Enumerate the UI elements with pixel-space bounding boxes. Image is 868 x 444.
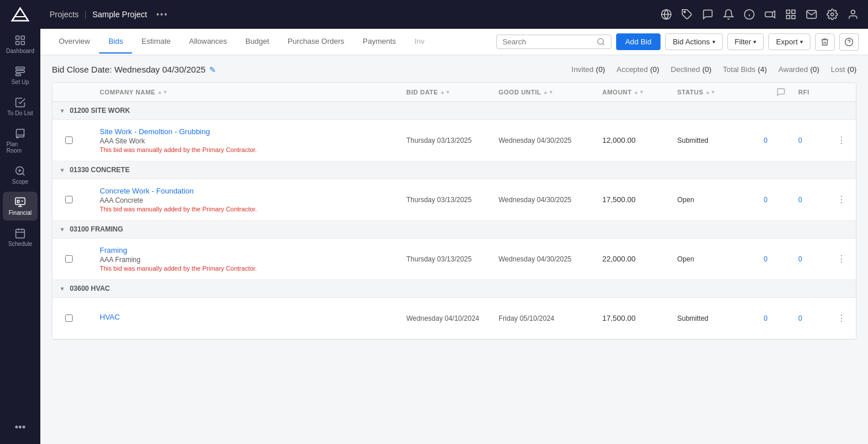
- content-area: Overview Bids Estimate Allowances Budget…: [40, 29, 868, 444]
- nav-more-dots[interactable]: •••: [156, 10, 168, 19]
- bid-good-until: Wednesday 04/30/2025: [499, 196, 602, 204]
- sidebar-item-financial[interactable]: Financial: [3, 192, 37, 221]
- video-icon[interactable]: [764, 9, 776, 20]
- svg-rect-8: [16, 198, 25, 205]
- svg-rect-0: [16, 36, 20, 40]
- tab-budget[interactable]: Budget: [236, 30, 278, 54]
- topnav-icons: [661, 9, 859, 20]
- sort-icon[interactable]: ▲▼: [705, 89, 716, 95]
- bid-checkbox-input[interactable]: [65, 314, 73, 322]
- tab-actions: Add Bid Bid Actions ▾ Filter ▾ Export ▾: [496, 33, 859, 51]
- chevron-down-icon: ▾: [753, 39, 756, 45]
- bid-checkbox-input[interactable]: [65, 136, 73, 144]
- grid-icon[interactable]: [785, 9, 797, 20]
- bid-area: Bid Close Date: Wednesday 04/30/2025 ✎ I…: [40, 55, 868, 444]
- bid-more-menu[interactable]: ⋮: [833, 253, 850, 264]
- tab-inv[interactable]: Inv: [405, 30, 433, 54]
- sidebar-item-planroom[interactable]: Plan Room: [3, 123, 37, 158]
- collapse-icon-01200[interactable]: ▼: [59, 108, 65, 114]
- sidebar-item-setup[interactable]: Set Up: [3, 61, 37, 90]
- globe-icon[interactable]: [661, 9, 672, 20]
- delete-button[interactable]: [815, 33, 835, 51]
- filter-button[interactable]: Filter ▾: [727, 33, 764, 50]
- bid-company-link[interactable]: Site Work - Demoltion - Grubbing: [100, 127, 406, 136]
- row-checkbox[interactable]: [58, 136, 79, 144]
- bid-amount: 17,500.00: [602, 195, 677, 204]
- bid-company-block: Framing AAA Framing This bid was manuall…: [100, 240, 406, 278]
- bid-stat-total: Total Bids (4): [723, 65, 767, 74]
- bid-status: Submitted: [677, 136, 764, 145]
- sidebar-item-label: Plan Room: [6, 141, 34, 154]
- sort-icon[interactable]: ▲▼: [543, 89, 554, 95]
- tab-payments[interactable]: Payments: [353, 30, 405, 54]
- category-row-03600: ▼ 03600 HVAC: [52, 280, 856, 298]
- sidebar: Dashboard Set Up To Do List Plan Room Sc…: [0, 0, 40, 444]
- nav-project-name[interactable]: Sample Project: [92, 10, 147, 19]
- sidebar-item-scope[interactable]: Scope: [3, 161, 37, 189]
- bid-rfi-link[interactable]: 0: [798, 314, 833, 322]
- tab-overview[interactable]: Overview: [50, 30, 99, 54]
- tab-purchase-orders[interactable]: Purchase Orders: [278, 30, 353, 54]
- row-checkbox[interactable]: [58, 255, 79, 263]
- info-icon[interactable]: [744, 9, 755, 20]
- bid-stat-accepted: Accepted (0): [617, 65, 659, 74]
- tab-bids[interactable]: Bids: [99, 30, 132, 54]
- collapse-icon-03600[interactable]: ▼: [59, 286, 65, 292]
- bid-more-menu[interactable]: ⋮: [833, 135, 850, 146]
- svg-rect-9: [16, 229, 25, 238]
- add-bid-button[interactable]: Add Bid: [616, 33, 661, 50]
- bid-comments-link[interactable]: 0: [764, 196, 798, 204]
- bid-rfi-link[interactable]: 0: [798, 255, 833, 263]
- sort-icon[interactable]: ▲▼: [633, 89, 644, 95]
- export-button[interactable]: Export ▾: [768, 33, 810, 50]
- svg-point-22: [598, 39, 603, 44]
- collapse-icon-03100[interactable]: ▼: [59, 226, 65, 233]
- bid-comments-link[interactable]: 0: [764, 136, 798, 145]
- bid-company-link[interactable]: HVAC: [100, 313, 406, 321]
- svg-point-20: [831, 13, 834, 16]
- col-rfi: RFI: [798, 89, 833, 96]
- gear-icon[interactable]: [827, 9, 838, 20]
- bid-checkbox-input[interactable]: [65, 255, 73, 263]
- bid-date: Thursday 03/13/2025: [406, 136, 499, 145]
- col-amount: AMOUNT ▲▼: [602, 89, 677, 96]
- chat-bubble-icon[interactable]: [702, 9, 714, 20]
- bid-rfi-link[interactable]: 0: [798, 136, 833, 145]
- sidebar-item-schedule[interactable]: Schedule: [3, 223, 37, 252]
- bid-company-link[interactable]: Framing: [100, 246, 406, 255]
- sidebar-item-dashboard[interactable]: Dashboard: [3, 30, 37, 59]
- sort-icon[interactable]: ▲▼: [440, 89, 451, 95]
- bid-comments-link[interactable]: 0: [764, 314, 798, 322]
- nav-projects[interactable]: Projects: [50, 10, 79, 19]
- bid-company-link[interactable]: Concrete Work - Foundation: [100, 187, 406, 195]
- bid-comments-link[interactable]: 0: [764, 255, 798, 263]
- bid-company-block: HVAC: [100, 307, 406, 329]
- mail-icon[interactable]: [806, 9, 817, 20]
- bid-status: Open: [677, 196, 764, 204]
- app-logo[interactable]: [10, 6, 31, 23]
- help-button[interactable]: [839, 33, 859, 51]
- row-checkbox[interactable]: [58, 314, 79, 322]
- bid-more-menu[interactable]: ⋮: [833, 194, 850, 205]
- sort-icon[interactable]: ▲▼: [157, 89, 168, 95]
- tab-allowances[interactable]: Allowances: [180, 30, 236, 54]
- row-checkbox[interactable]: [58, 196, 79, 203]
- tag-icon[interactable]: [681, 9, 693, 20]
- bid-checkbox-input[interactable]: [65, 196, 73, 203]
- collapse-icon-01330[interactable]: ▼: [59, 167, 65, 173]
- tab-estimate[interactable]: Estimate: [132, 30, 180, 54]
- chevron-down-icon: ▾: [712, 39, 715, 45]
- search-input[interactable]: [503, 37, 597, 46]
- bid-rfi-link[interactable]: 0: [798, 196, 833, 204]
- nav-separator: |: [85, 10, 87, 19]
- bid-more-menu[interactable]: ⋮: [833, 313, 850, 324]
- user-icon[interactable]: [847, 9, 859, 20]
- bell-icon[interactable]: [723, 9, 734, 20]
- chat-col-icon: [776, 88, 786, 97]
- sidebar-item-todo[interactable]: To Do List: [3, 92, 37, 121]
- search-box[interactable]: [496, 35, 612, 49]
- sidebar-more[interactable]: •••: [10, 417, 31, 438]
- edit-close-date-icon[interactable]: ✎: [209, 65, 216, 74]
- bid-actions-button[interactable]: Bid Actions ▾: [665, 33, 722, 50]
- main-content: Projects | Sample Project •••: [40, 0, 868, 444]
